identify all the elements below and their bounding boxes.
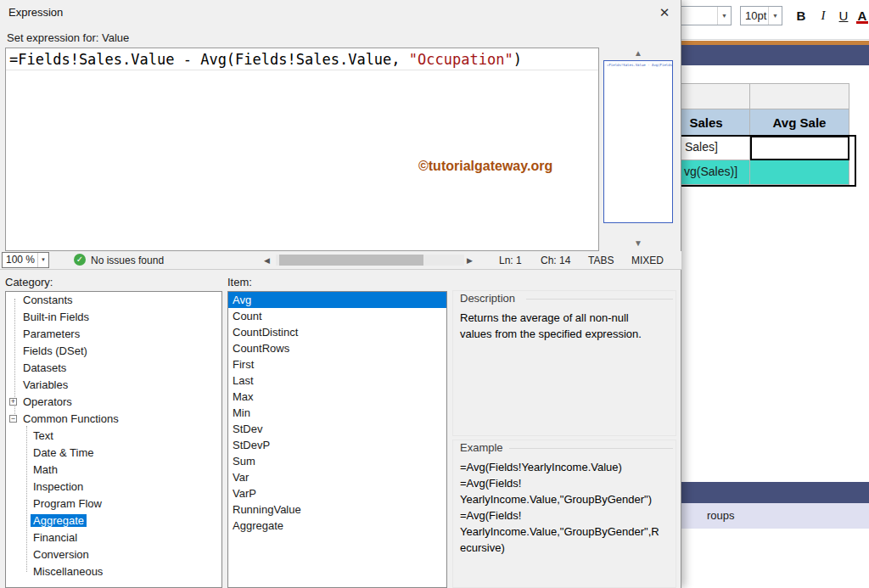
groupbox-line — [509, 448, 673, 449]
category-item-label-selected: Aggregate — [31, 514, 87, 527]
bold-button[interactable]: B — [791, 6, 811, 25]
expression-dialog: Expression ✕ Set expression for: Value =… — [0, 0, 681, 588]
category-item-date-time[interactable]: Date & Time — [6, 445, 221, 462]
no-issues-check-icon: ✓ — [74, 254, 86, 266]
horizontal-scrollbar-track[interactable] — [276, 255, 464, 266]
item-label: Item: — [227, 276, 252, 288]
editor-scrollbar: ▲ =Fields!Sales.Value - Avg(Fields!Sales… — [599, 48, 677, 251]
category-item-operators[interactable]: +Operators — [6, 394, 221, 411]
tabs-indicator: TABS — [588, 251, 614, 270]
italic-button[interactable]: I — [813, 6, 833, 25]
description-title: Description — [460, 292, 515, 305]
item-aggregate[interactable]: Aggregate — [228, 518, 446, 534]
item-count[interactable]: Count — [228, 308, 446, 324]
watermark: ©tutorialgateway.org — [418, 159, 552, 174]
item-countdistinct[interactable]: CountDistinct — [228, 324, 446, 340]
expression-code-line: =Fields!Sales.Value - Avg(Fields!Sales.V… — [6, 48, 598, 70]
category-item-datasets[interactable]: Datasets — [6, 360, 221, 377]
font-color-button[interactable]: A — [852, 6, 869, 25]
example-line: YearlyIncome.Value,"GroupByGender",R — [460, 524, 661, 540]
category-list[interactable]: Constants Built-in Fields Parameters Fie… — [5, 291, 222, 588]
category-item-conversion[interactable]: Conversion — [6, 546, 221, 563]
category-item-label: Built-in Fields — [23, 311, 89, 323]
category-item-label: Variables — [23, 378, 68, 391]
expression-editor[interactable]: =Fields!Sales.Value - Avg(Fields!Sales.V… — [5, 48, 599, 251]
avg-sale-total-cell[interactable] — [750, 160, 849, 185]
category-item-label: Constants — [23, 294, 73, 306]
item-first[interactable]: First — [228, 356, 446, 372]
category-item-label: Fields (DSet) — [23, 344, 87, 357]
issues-status-text: No issues found — [91, 251, 164, 270]
item-sum[interactable]: Sum — [228, 453, 446, 469]
expand-plus-icon[interactable]: + — [9, 398, 17, 406]
example-line: ecursive) — [460, 540, 661, 556]
zoom-dropdown[interactable]: 100 % ▼ — [2, 252, 49, 268]
item-avg-selected[interactable]: Avg — [228, 292, 446, 308]
category-label: Category: — [5, 276, 53, 288]
category-item-label: Date & Time — [33, 446, 94, 459]
expression-string-literal: "Occupation" — [409, 51, 513, 68]
example-panel: Example =Avg(Fields!YearlyIncome.Value) … — [452, 440, 676, 588]
set-expression-label: Set expression for: Value — [7, 31, 129, 44]
item-countrows[interactable]: CountRows — [228, 340, 446, 356]
font-size-dropdown[interactable]: 10pt ▼ — [740, 6, 782, 25]
item-var[interactable]: Var — [228, 469, 446, 485]
category-item-label: Math — [33, 463, 58, 476]
category-item-text[interactable]: Text — [6, 428, 221, 445]
category-item-built-in-fields[interactable]: Built-in Fields — [6, 309, 221, 326]
screen: ▼ 10pt ▼ B I U A Sales Avg Sale Sales] — [0, 0, 869, 588]
category-item-label: Datasets — [23, 361, 66, 374]
description-text: Returns the average of all non-null valu… — [460, 310, 661, 342]
expression-code: =Fields!Sales.Value - Avg(Fields!Sales.V… — [9, 51, 409, 68]
chevron-down-icon: ▼ — [37, 253, 48, 267]
editor-status-bar: 100 % ▼ ✓ No issues found ◀ ▶ Ln: 1 Ch: … — [0, 251, 681, 270]
description-panel: Description Returns the average of all n… — [452, 290, 676, 436]
zoom-value: 100 % — [6, 253, 35, 267]
category-item-label: Common Functions — [23, 412, 119, 425]
scroll-left-icon[interactable]: ◀ — [264, 251, 270, 270]
category-item-aggregate[interactable]: Aggregate — [6, 512, 221, 529]
category-item-variables[interactable]: Variables — [6, 377, 221, 394]
category-item-miscellaneous[interactable]: Miscellaneous — [6, 563, 221, 580]
category-item-fields-dset[interactable]: Fields (DSet) — [6, 343, 221, 360]
item-varp[interactable]: VarP — [228, 485, 446, 501]
category-item-label: Conversion — [33, 548, 89, 561]
item-stdevp[interactable]: StDevP — [228, 437, 446, 453]
item-list[interactable]: Avg Count CountDistinct CountRows First … — [227, 291, 447, 588]
example-line: =Avg(Fields!YearlyIncome.Value) — [460, 459, 661, 475]
char-indicator: Ch: 14 — [541, 251, 570, 270]
minimap[interactable]: =Fields!Sales.Value - Avg(Fields!Sales.V… — [603, 60, 673, 223]
category-item-label: Financial — [33, 531, 77, 544]
category-item-label: Text — [33, 429, 53, 442]
item-runningvalue[interactable]: RunningValue — [228, 501, 446, 518]
category-item-common-functions[interactable]: −Common Functions — [6, 411, 221, 428]
item-stdev[interactable]: StDev — [228, 421, 446, 437]
category-item-label: Operators — [23, 395, 72, 408]
tablix: Sales Avg Sale Sales] vg(Sales)] — [662, 83, 849, 185]
category-item-constants[interactable]: Constants — [6, 292, 221, 309]
category-item-parameters[interactable]: Parameters — [6, 326, 221, 343]
category-item-label: Inspection — [33, 480, 83, 493]
underline-button[interactable]: U — [833, 6, 854, 25]
category-item-label: Miscellaneous — [33, 565, 103, 578]
item-max[interactable]: Max — [228, 389, 446, 405]
example-line: YearlyIncome.Value,"GroupByGender") — [460, 491, 661, 507]
close-icon[interactable]: ✕ — [653, 3, 676, 23]
groupbox-line — [526, 299, 673, 300]
font-size-value: 10pt — [741, 7, 766, 25]
scroll-right-icon[interactable]: ▶ — [467, 251, 473, 270]
scroll-down-icon[interactable]: ▼ — [599, 238, 677, 248]
collapse-minus-icon[interactable]: − — [9, 415, 17, 423]
avg-sale-value-cell-selected[interactable] — [750, 136, 849, 160]
item-min[interactable]: Min — [228, 405, 446, 421]
item-last[interactable]: Last — [228, 372, 446, 389]
horizontal-scrollbar-thumb[interactable] — [279, 255, 423, 266]
column-handle-cell[interactable] — [750, 84, 849, 109]
category-item-financial[interactable]: Financial — [6, 529, 221, 546]
category-item-program-flow[interactable]: Program Flow — [6, 496, 221, 512]
avg-sale-header-cell[interactable]: Avg Sale — [750, 109, 849, 136]
category-item-label: Program Flow — [33, 497, 102, 510]
category-item-math[interactable]: Math — [6, 462, 221, 479]
scroll-up-icon[interactable]: ▲ — [599, 48, 677, 58]
category-item-inspection[interactable]: Inspection — [6, 479, 221, 496]
